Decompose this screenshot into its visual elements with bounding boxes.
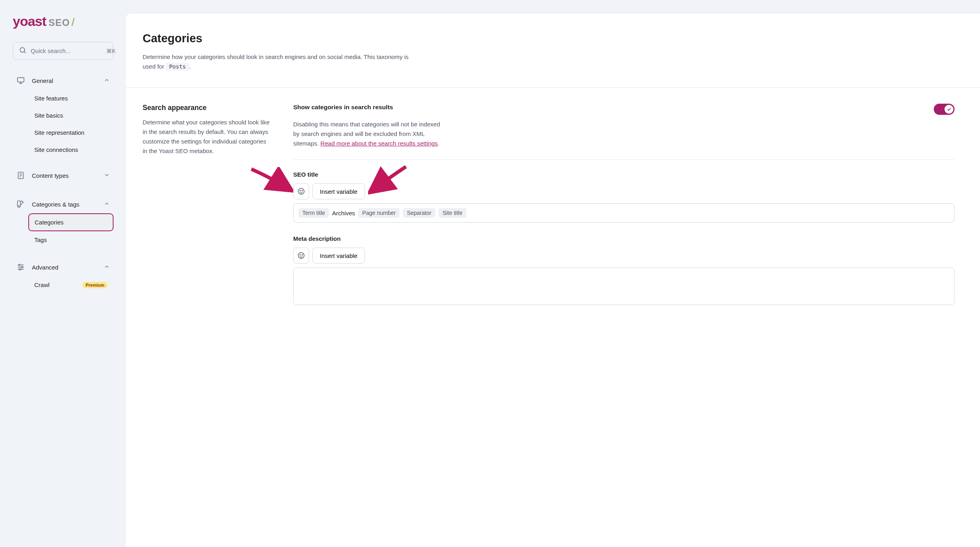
nav-item-label: Categories — [35, 219, 64, 226]
variable-chip-page-number[interactable]: Page number — [358, 208, 400, 218]
variable-chip-separator[interactable]: Separator — [403, 208, 435, 218]
seo-title-label: SEO title — [293, 171, 955, 178]
search-box[interactable]: ⌘K — [13, 42, 113, 60]
sidebar: yoastSEO/ ⌘K General Site features Site — [0, 0, 126, 547]
svg-point-13 — [22, 266, 23, 268]
svg-point-19 — [298, 253, 304, 259]
sidebar-item-site-basics[interactable]: Site basics — [29, 107, 113, 124]
nav-group-general: General Site features Site basics Site r… — [13, 71, 113, 158]
sliders-icon — [16, 262, 25, 272]
nav-header-advanced[interactable]: Advanced — [13, 258, 113, 277]
nav-label-advanced: Advanced — [32, 264, 59, 271]
meta-desc-label: Meta description — [293, 235, 955, 242]
nav-item-label: Site connections — [34, 146, 78, 153]
desktop-icon — [16, 76, 25, 85]
chevron-up-icon — [104, 201, 110, 208]
main-content: Categories Determine how your categories… — [126, 14, 980, 547]
variable-chip-site-title[interactable]: Site title — [439, 208, 466, 218]
sidebar-item-site-features[interactable]: Site features — [29, 90, 113, 106]
nav-label-categories-tags: Categories & tags — [32, 201, 79, 208]
document-icon — [16, 171, 25, 180]
taxonomy-code: Posts — [166, 63, 189, 71]
logo: yoastSEO/ — [13, 14, 113, 29]
svg-rect-2 — [18, 78, 24, 82]
seo-title-text: Archives — [332, 210, 355, 216]
svg-point-11 — [19, 264, 20, 266]
svg-point-16 — [298, 189, 304, 195]
read-more-link[interactable]: Read more about the search results setti… — [320, 140, 437, 147]
page-title: Categories — [143, 32, 955, 45]
nav-header-content-types[interactable]: Content types — [13, 166, 113, 185]
search-icon — [19, 46, 27, 55]
search-shortcut: ⌘K — [106, 48, 116, 54]
variable-chip-term-title[interactable]: Term title — [298, 208, 329, 218]
svg-point-0 — [20, 47, 25, 52]
svg-point-15 — [19, 269, 21, 270]
nav-group-content-types: Content types — [13, 166, 113, 185]
sidebar-item-crawl[interactable]: Crawl Premium — [29, 277, 113, 293]
svg-point-9 — [19, 206, 20, 207]
chevron-up-icon — [104, 77, 110, 85]
nav-label-general: General — [32, 77, 53, 84]
chevron-down-icon — [104, 172, 110, 179]
nav-group-categories-tags: Categories & tags Categories Tags — [13, 195, 113, 248]
toggle-knob — [945, 105, 953, 114]
nav-item-label: Site representation — [34, 129, 84, 136]
premium-badge: Premium — [82, 282, 108, 288]
insert-variable-button[interactable]: Insert variable — [312, 183, 365, 199]
divider — [293, 159, 955, 160]
section-desc: Determine what your categories should lo… — [143, 118, 270, 156]
toggle-label: Show categories in search results — [293, 104, 934, 111]
divider — [126, 87, 980, 88]
seo-title-input[interactable]: Term title Archives Page number Separato… — [293, 203, 955, 222]
chevron-up-icon — [104, 264, 110, 271]
nav-item-label: Site features — [34, 95, 68, 102]
nav-header-categories-tags[interactable]: Categories & tags — [13, 195, 113, 214]
nav-label-content: Content types — [32, 172, 69, 179]
search-input[interactable] — [31, 47, 106, 54]
logo-seo: SEO — [49, 17, 70, 28]
nav-item-label: Site basics — [34, 112, 63, 119]
nav-item-label: Crawl — [34, 281, 49, 288]
svg-point-21 — [302, 255, 303, 256]
svg-point-20 — [300, 255, 301, 256]
show-in-search-toggle[interactable] — [934, 104, 955, 115]
sidebar-item-categories[interactable]: Categories — [29, 214, 113, 231]
svg-point-18 — [302, 191, 303, 191]
logo-yoast: yoast — [13, 14, 46, 29]
nav-item-label: Tags — [34, 236, 47, 243]
nav-group-advanced: Advanced Crawl Premium — [13, 258, 113, 293]
swatch-icon — [16, 199, 25, 209]
svg-point-17 — [300, 191, 301, 191]
page-lead: Determine how your categories should loo… — [143, 52, 421, 71]
sidebar-item-site-representation[interactable]: Site representation — [29, 124, 113, 141]
logo-slash: / — [72, 16, 75, 28]
meta-desc-input[interactable] — [293, 268, 955, 305]
toggle-desc: Disabling this means that categories wil… — [293, 120, 445, 148]
nav-header-general[interactable]: General — [13, 71, 113, 90]
insert-variable-button[interactable]: Insert variable — [312, 248, 365, 264]
sidebar-item-tags[interactable]: Tags — [29, 232, 113, 248]
section-heading: Search appearance — [143, 104, 270, 112]
emoji-button[interactable] — [293, 183, 309, 199]
emoji-button[interactable] — [293, 248, 309, 264]
svg-line-1 — [24, 52, 26, 53]
sidebar-item-site-connections[interactable]: Site connections — [29, 142, 113, 158]
